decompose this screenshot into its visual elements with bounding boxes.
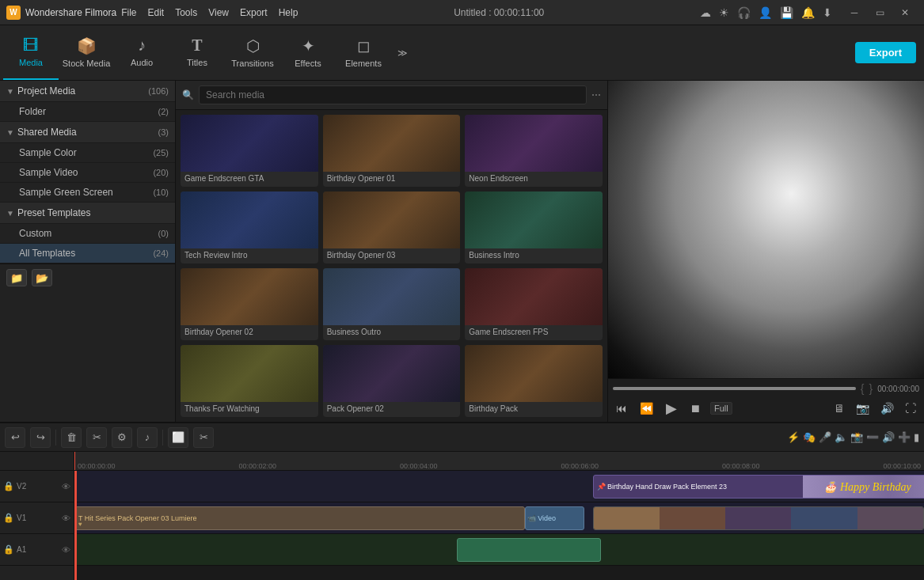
preview-stop-button[interactable]: ⏹ — [686, 400, 704, 416]
timeline-tracks: 📌 Birthday Hand Draw Pack Element 23 🎂 H… — [74, 471, 924, 580]
import-button[interactable]: 📂 — [32, 269, 52, 286]
menu-tools[interactable]: Tools — [175, 7, 197, 18]
preview-prev-frame[interactable]: ⏮ — [613, 400, 630, 416]
track-header-v2: 🔒 V2 👁 — [0, 471, 74, 502]
download-icon[interactable]: ⬇ — [823, 6, 832, 19]
clip-video-label: 📹 Video — [526, 514, 557, 522]
project-media-arrow: ▼ — [6, 87, 14, 96]
sidebar-section-preset-templates[interactable]: ▼ Preset Templates — [0, 203, 175, 224]
toolbar-stock-media[interactable]: 📦 Stock Media — [59, 25, 114, 80]
mask-icon[interactable]: 🎭 — [803, 431, 816, 443]
menu-view[interactable]: View — [208, 7, 229, 18]
sidebar-item-sample-color[interactable]: Sample Color (25) — [0, 143, 175, 163]
preview-back-button[interactable]: ⏪ — [637, 400, 656, 416]
preview-slider[interactable] — [613, 387, 856, 390]
preview-play-button[interactable]: ▶ — [663, 398, 680, 419]
cloud-icon[interactable]: ☁ — [700, 6, 711, 19]
sidebar-section-shared-media[interactable]: ▼ Shared Media (3) — [0, 122, 175, 143]
media-card-neon-endscreen[interactable]: Neon Endscreen — [465, 115, 603, 187]
volume-up-icon[interactable]: 🔊 — [882, 431, 895, 443]
menu-edit[interactable]: Edit — [148, 7, 165, 18]
remove-bg-icon[interactable]: ➖ — [866, 431, 879, 443]
media-card-birthday-extra[interactable]: Birthday Pack — [465, 345, 603, 417]
toolbar-audio[interactable]: ♪ Audio — [114, 25, 169, 80]
snapshot-icon[interactable]: 📸 — [850, 431, 863, 443]
menu-file[interactable]: File — [121, 7, 136, 18]
undo-button[interactable]: ↩ — [5, 427, 25, 448]
export-button[interactable]: Export — [855, 42, 916, 63]
playhead-indicator — [74, 452, 75, 470]
media-card-opener2[interactable]: Pack Opener 02 — [323, 345, 461, 417]
split-button[interactable]: ⬜ — [168, 427, 188, 448]
track-lock-v2[interactable]: 🔒 — [3, 481, 14, 491]
crop-button[interactable]: ✂ — [193, 427, 214, 448]
preview-expand-button[interactable]: ⛶ — [902, 400, 919, 416]
toolbar-titles[interactable]: T Titles — [169, 25, 225, 80]
shared-media-label: Shared Media — [17, 127, 158, 138]
sample-green-label: Sample Green Screen — [19, 187, 153, 198]
folder-label: Folder — [19, 106, 158, 117]
close-button[interactable]: ✕ — [892, 0, 918, 25]
media-card-business-intro[interactable]: Business Intro — [465, 191, 603, 263]
preview-volume-button[interactable]: 🔊 — [877, 400, 897, 416]
sun-icon[interactable]: ☀ — [719, 6, 729, 19]
audio-button[interactable]: ♪ — [137, 427, 158, 448]
minimize-button[interactable]: ─ — [842, 0, 867, 25]
sidebar-item-all-templates[interactable]: All Templates (24) — [0, 244, 175, 263]
preview-quality-selector[interactable]: Full — [710, 402, 732, 415]
maximize-button[interactable]: ▭ — [867, 0, 892, 25]
toolbar-elements[interactable]: ◻ Elements — [336, 25, 391, 80]
track-eye-v1[interactable]: 👁 — [62, 514, 70, 523]
grid-options-icon[interactable]: ⋯ — [591, 89, 601, 100]
record-icon[interactable]: 🎤 — [819, 431, 831, 443]
new-folder-button[interactable]: 📁 — [6, 269, 27, 286]
clip-audio1[interactable] — [457, 538, 601, 562]
clip-hit-series[interactable]: T Hit Series Pack Opener 03 Lumiere ♥ — [74, 506, 525, 530]
user-icon[interactable]: 👤 — [759, 6, 772, 19]
notification-icon[interactable]: 🔔 — [801, 6, 815, 19]
sidebar-item-sample-green[interactable]: Sample Green Screen (10) — [0, 183, 175, 203]
track-lock-v1[interactable]: 🔒 — [3, 513, 14, 523]
menu-help[interactable]: Help — [279, 7, 298, 18]
media-card-game-gta[interactable]: Game Endscreen GTA — [181, 115, 318, 187]
adjust-button[interactable]: ⚙ — [112, 427, 132, 448]
sidebar-section-project-media[interactable]: ▼ Project Media (106) — [0, 81, 175, 102]
sidebar-item-custom[interactable]: Custom (0) — [0, 224, 175, 244]
track-lock-a1[interactable]: 🔒 — [3, 544, 14, 555]
sidebar-item-folder[interactable]: Folder (2) — [0, 102, 175, 122]
media-card-birthday-01[interactable]: Birthday Opener 01 — [323, 115, 461, 187]
search-input[interactable] — [199, 85, 587, 104]
preview-bracket-in: { — [861, 382, 865, 395]
speed-icon[interactable]: ⚡ — [787, 431, 800, 443]
redo-button[interactable]: ↪ — [30, 427, 51, 448]
media-card-thanks1[interactable]: Thanks For Watching — [181, 345, 318, 417]
toolbar-effects[interactable]: ✦ Effects — [280, 25, 336, 80]
media-card-birthday-03[interactable]: Birthday Opener 03 — [323, 191, 461, 263]
media-card-business-outro[interactable]: Business Outro — [323, 268, 461, 340]
toolbar-media[interactable]: 🎞 Media — [3, 25, 59, 80]
add-track-icon[interactable]: ➕ — [898, 431, 911, 443]
media-card-birthday-02[interactable]: Birthday Opener 02 — [181, 268, 318, 340]
collapse-icon[interactable]: ▮ — [914, 431, 919, 443]
main-layout: ▼ Project Media (106) Folder (2) ▼ Share… — [0, 81, 924, 422]
delete-button[interactable]: 🗑 — [61, 427, 82, 448]
toolbar-transitions[interactable]: ⬡ Transitions — [225, 25, 280, 80]
clip-video[interactable]: 📹 Video — [525, 506, 584, 530]
sidebar-item-sample-video[interactable]: Sample Video (20) — [0, 163, 175, 183]
cut-button[interactable]: ✂ — [86, 427, 107, 448]
clip-party[interactable] — [593, 506, 924, 530]
media-card-tech-review[interactable]: Tech Review Intro — [181, 191, 318, 263]
save-icon[interactable]: 💾 — [780, 6, 793, 19]
toolbar-more-button[interactable]: ≫ — [391, 25, 413, 80]
preview-fullscreen-button[interactable]: 🖥 — [831, 400, 848, 416]
timeline-area: ↩ ↪ 🗑 ✂ ⚙ ♪ ⬜ ✂ ⚡ 🎭 🎤 🔈 📸 ➖ 🔊 ➕ ▮ 🔒 V2 👁 — [0, 422, 924, 580]
voice-icon[interactable]: 🔈 — [835, 431, 847, 443]
track-eye-v2[interactable]: 👁 — [62, 482, 70, 491]
clip-birthday-pack[interactable]: 📌 Birthday Hand Draw Pack Element 23 🎂 H… — [593, 475, 924, 498]
headset-icon[interactable]: 🎧 — [737, 6, 751, 19]
timeline-ruler[interactable]: 00:00:00:00 00:00:02:00 00:00:04:00 00:0… — [74, 452, 924, 471]
track-eye-a1[interactable]: 👁 — [62, 545, 70, 555]
preview-screenshot-button[interactable]: 📷 — [853, 400, 873, 416]
menu-export[interactable]: Export — [240, 7, 268, 18]
media-card-game-fps[interactable]: Game Endscreen FPS — [465, 268, 603, 340]
